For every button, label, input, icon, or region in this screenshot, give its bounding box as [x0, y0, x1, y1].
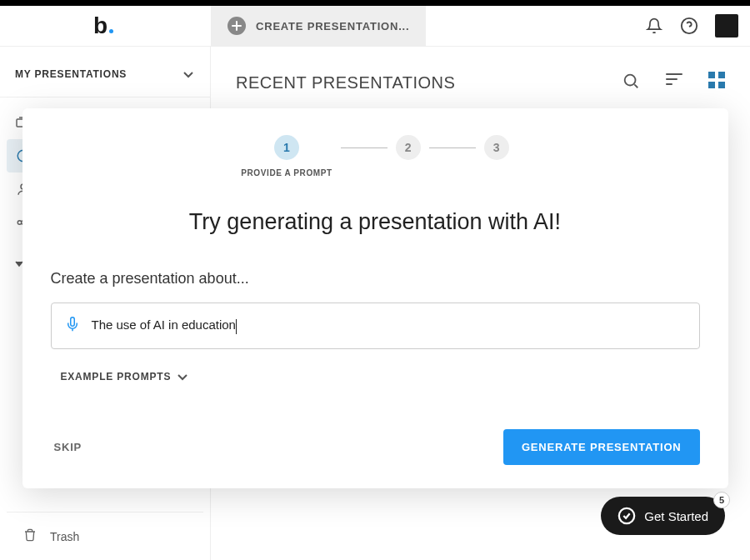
- modal-backdrop: 1 PROVIDE A PROMPT 2 3 Try generating a …: [0, 0, 750, 560]
- check-circle-icon: [618, 507, 636, 525]
- step-2: 2: [396, 135, 421, 160]
- get-started-button[interactable]: Get Started 5: [601, 497, 725, 535]
- modal-subtitle: Create a presentation about...: [51, 270, 700, 288]
- get-started-badge: 5: [713, 492, 730, 508]
- prompt-input-container[interactable]: The use of AI in education: [51, 302, 700, 349]
- chevron-down-icon: [178, 369, 188, 384]
- get-started-label: Get Started: [644, 509, 708, 523]
- skip-button[interactable]: SKIP: [51, 431, 86, 463]
- stepper: 1 PROVIDE A PROMPT 2 3: [51, 135, 700, 178]
- mic-icon[interactable]: [65, 315, 80, 337]
- ai-generate-modal: 1 PROVIDE A PROMPT 2 3 Try generating a …: [22, 108, 728, 488]
- step-1: 1: [274, 135, 299, 160]
- example-prompts-label: EXAMPLE PROMPTS: [61, 371, 172, 382]
- prompt-input[interactable]: The use of AI in education: [92, 318, 686, 333]
- example-prompts-toggle[interactable]: EXAMPLE PROMPTS: [61, 369, 700, 384]
- generate-button[interactable]: GENERATE PRESENTATION: [503, 429, 700, 465]
- modal-title: Try generating a presentation with AI!: [51, 209, 700, 235]
- step-3: 3: [484, 135, 509, 160]
- step-1-label: PROVIDE A PROMPT: [241, 168, 332, 178]
